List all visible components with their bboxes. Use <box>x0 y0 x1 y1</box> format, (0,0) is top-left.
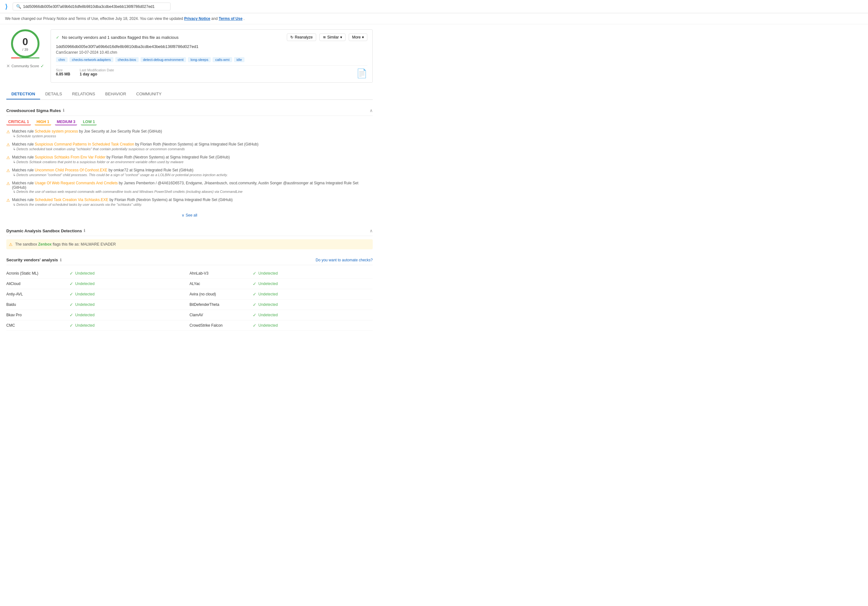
tab-details[interactable]: DETAILS <box>40 89 67 99</box>
tag-long-sleeps: long-sleeps <box>188 57 211 62</box>
sandbox-section: Dynamic Analysis Sandbox Detections ℹ ∧ … <box>6 225 373 249</box>
sandbox-name-link[interactable]: Zenbox <box>38 242 52 246</box>
status-text: Undetected <box>75 292 95 296</box>
sigma-info-icon[interactable]: ℹ <box>63 108 64 113</box>
rule-desc-1: Schedule system process <box>12 134 373 138</box>
community-score-label: Community Score <box>11 64 39 68</box>
tag-chm: chm <box>56 57 68 62</box>
sandbox-warning-icon: ⚠ <box>9 242 12 247</box>
community-score: ✕ Community Score ✓ <box>6 63 44 68</box>
vendor-row-baidu: Baidu ✓ Undetected <box>6 300 189 310</box>
rule-link-6[interactable]: Scheduled Task Creation Via Schtasks.EXE <box>35 198 108 202</box>
status-ok-icon: ✓ <box>70 323 73 328</box>
warning-icon-2: ⚠ <box>6 142 10 147</box>
filter-low[interactable]: LOW 1 <box>81 119 97 125</box>
rule-link-5[interactable]: Usage Of Web Request Commands And Cmdlet… <box>35 181 118 185</box>
vendor-name-crowdstrike: CrowdStrike Falcon <box>189 323 253 328</box>
see-all-button[interactable]: ∨ See all <box>6 210 373 220</box>
terms-link[interactable]: Terms of Use <box>219 16 242 21</box>
score-area: 0 / 39 ✕ Community Score ✓ <box>6 29 44 68</box>
vendor-name-avira: Avira (no cloud) <box>189 292 253 296</box>
sigma-collapse-icon[interactable]: ∧ <box>370 108 373 113</box>
sigma-rules-title: Crowdsourced Sigma Rules ℹ <box>6 108 64 113</box>
score-circle: 0 / 39 <box>11 29 39 58</box>
rule-link-1[interactable]: Schedule system process <box>35 129 78 133</box>
status-ok-icon: ✓ <box>253 281 256 286</box>
main-content: 0 / 39 ✕ Community Score ✓ ✓ No security… <box>0 24 379 341</box>
meta-date: Last Modification Date 1 day ago <box>80 68 114 79</box>
file-meta: Size 6.85 MB Last Modification Date 1 da… <box>56 65 367 79</box>
date-label: Last Modification Date <box>80 68 114 72</box>
sandbox-collapse-icon[interactable]: ∧ <box>370 228 373 233</box>
status-text: Undetected <box>258 271 277 275</box>
vendor-row-avira: Avira (no cloud) ✓ Undetected <box>189 289 373 300</box>
vendor-status-antiy: ✓ Undetected <box>70 292 95 297</box>
vendor-row-antiy: Antiy-AVL ✓ Undetected <box>6 289 189 300</box>
rule-filters: CRITICAL 1 HIGH 1 MEDIUM 3 LOW 1 <box>6 119 373 125</box>
filter-high[interactable]: HIGH 1 <box>35 119 51 125</box>
tab-detection[interactable]: DETECTION <box>6 89 40 99</box>
warning-icon-1: ⚠ <box>6 130 10 134</box>
status-text: Undetected <box>258 292 277 296</box>
similar-button[interactable]: ≋ Similar ▾ <box>319 34 346 41</box>
logo-icon: ⟩ <box>5 3 8 11</box>
search-input[interactable] <box>23 5 167 9</box>
file-details-panel: ✓ No security vendors and 1 sandbox flag… <box>51 29 373 83</box>
rule-desc-2: Detects scheduled task creation using "s… <box>12 147 373 151</box>
status-ok-icon: ✓ <box>253 271 256 276</box>
vendor-row-alicloud: AliCloud ✓ Undetected <box>6 279 189 289</box>
vendor-name-bkav: Bkav Pro <box>6 313 70 317</box>
privacy-link[interactable]: Privacy Notice <box>184 16 210 21</box>
vendors-title: Security vendors' analysis ℹ <box>6 258 62 262</box>
tab-behavior[interactable]: BEHAVIOR <box>100 89 131 99</box>
vendor-status-clamav: ✓ Undetected <box>253 312 277 317</box>
vendors-grid: Acronis (Static ML) ✓ Undetected AliClou… <box>6 268 373 331</box>
more-button[interactable]: More ▾ <box>349 34 367 41</box>
rule-line-4: ⚠ Matches rule Uncommon Child Process Of… <box>6 168 373 173</box>
reanalyze-icon: ↻ <box>290 35 293 39</box>
vendor-status-crowdstrike: ✓ Undetected <box>253 323 277 328</box>
vendor-name-baidu: Baidu <box>6 302 70 307</box>
status-text: Undetected <box>75 302 95 307</box>
similar-icon: ≋ <box>323 35 326 39</box>
status-ok-icon: ✓ <box>70 302 73 307</box>
tag-calls-wmi: calls-wmi <box>212 57 232 62</box>
rule-link-4[interactable]: Uncommon Child Process Of Conhost.EXE <box>35 168 107 172</box>
sandbox-info-icon[interactable]: ℹ <box>84 229 85 233</box>
tag-idle: idle <box>234 57 245 62</box>
rule-link-3[interactable]: Suspicious Schtasks From Env Var Folder <box>35 155 105 159</box>
vendor-name-alicloud: AliCloud <box>6 281 70 286</box>
filter-critical[interactable]: CRITICAL 1 <box>6 119 31 125</box>
vendors-section: Security vendors' analysis ℹ Do you want… <box>6 254 373 331</box>
tab-community[interactable]: COMMUNITY <box>131 89 166 99</box>
file-type-icon: 📄 <box>356 68 367 79</box>
tag-checks-network-adapters: checks-network-adapters <box>70 57 113 62</box>
rule-item-3: ⚠ Matches rule Suspicious Schtasks From … <box>6 155 373 164</box>
status-text: Undetected <box>258 313 277 317</box>
detection-ok-icon: ✓ <box>56 35 59 40</box>
status-ok-icon: ✓ <box>70 292 73 297</box>
filter-medium[interactable]: MEDIUM 3 <box>55 119 78 125</box>
vendor-name-acronis: Acronis (Static ML) <box>6 271 70 275</box>
date-value: 1 day ago <box>80 72 114 76</box>
search-bar[interactable]: 🔍 <box>12 3 170 11</box>
status-text: Undetected <box>258 302 277 307</box>
vendor-status-baidu: ✓ Undetected <box>70 302 95 307</box>
tab-relations[interactable]: RELATIONS <box>67 89 100 99</box>
status-ok-icon: ✓ <box>253 292 256 297</box>
rule-item-1: ⚠ Matches rule Schedule system process b… <box>6 129 373 138</box>
rule-line-5: ⚠ Matches rule Usage Of Web Request Comm… <box>6 181 373 190</box>
meta-size: Size 6.85 MB <box>56 68 70 79</box>
rule-link-2[interactable]: Suspicious Command Patterns In Scheduled… <box>35 142 134 147</box>
sigma-rules-section: Crowdsourced Sigma Rules ℹ ∧ CRITICAL 1 … <box>6 105 373 220</box>
status-ok-icon: ✓ <box>253 302 256 307</box>
vendors-info-icon[interactable]: ℹ <box>60 258 62 262</box>
header: ⟩ 🔍 <box>0 0 868 13</box>
rule-desc-6: Detects the creation of scheduled tasks … <box>12 203 373 207</box>
detection-header: ✓ No security vendors and 1 sandbox flag… <box>56 34 367 41</box>
panel-actions: ↻ Reanalyze ≋ Similar ▾ More ▾ <box>287 34 367 41</box>
rule-item-2: ⚠ Matches rule Suspicious Command Patter… <box>6 142 373 151</box>
rule-item-5: ⚠ Matches rule Usage Of Web Request Comm… <box>6 181 373 194</box>
automate-link[interactable]: Do you want to automate checks? <box>316 258 373 262</box>
reanalyze-button[interactable]: ↻ Reanalyze <box>287 34 316 41</box>
